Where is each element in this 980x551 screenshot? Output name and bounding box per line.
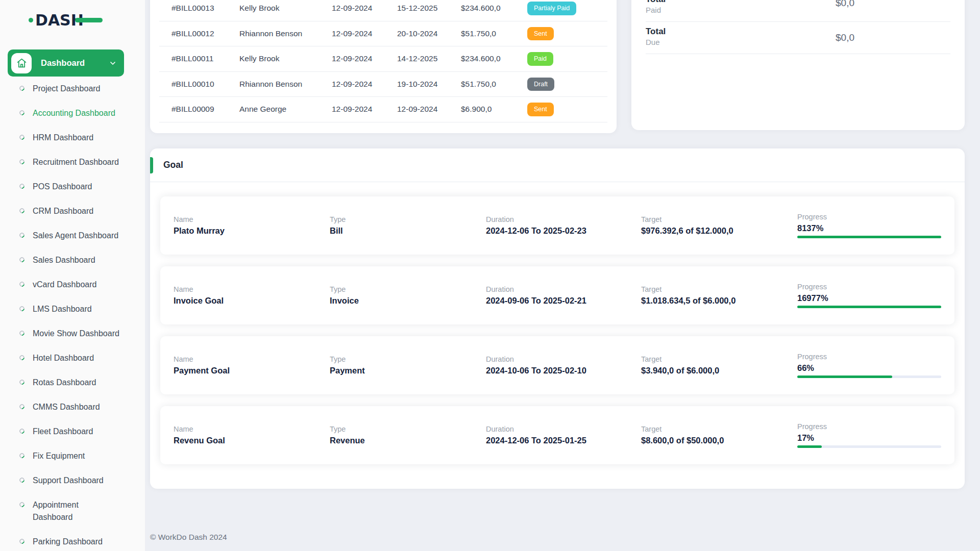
sidebar-item[interactable]: Support Dashboard xyxy=(0,468,145,493)
bill-issue-date: 12-09-2024 xyxy=(332,80,397,89)
goal-item: Name Payment Goal Type Payment Duration … xyxy=(160,336,954,394)
goal-duration-label: Duration xyxy=(486,215,641,223)
goal-name-label: Name xyxy=(174,215,330,223)
bill-issue-date: 12-09-2024 xyxy=(332,4,397,13)
goal-name-cell: Name Revenu Goal xyxy=(174,425,330,445)
bill-id: #BILL00010 xyxy=(172,80,239,89)
sidebar-item[interactable]: CMMS Dashboard xyxy=(0,395,145,419)
logo-dash-icon xyxy=(75,18,103,22)
goal-type-label: Type xyxy=(330,285,486,293)
sidebar-item[interactable]: HRM Dashboard xyxy=(0,126,145,150)
sidebar-item-label: Rotas Dashboard xyxy=(33,377,96,389)
sidebar-nav: Project Dashboard Accounting Dashboard H… xyxy=(0,77,145,551)
bill-due-date: 20-10-2024 xyxy=(397,29,461,38)
total-subtitle: Paid xyxy=(646,5,950,15)
bill-issue-date: 12-09-2024 xyxy=(332,54,397,63)
sidebar-item[interactable]: POS Dashboard xyxy=(0,174,145,199)
goal-target-label: Target xyxy=(641,215,797,223)
sidebar-item[interactable]: vCard Dashboard xyxy=(0,272,145,297)
bill-customer: Rhiannon Benson xyxy=(239,29,332,38)
home-icon-chip xyxy=(11,53,32,73)
bill-row[interactable]: #BILL00012 Rhiannon Benson 12-09-2024 20… xyxy=(159,21,607,47)
bill-row[interactable]: #BILL00011 Kelly Brook 12-09-2024 14-12-… xyxy=(159,46,607,72)
sidebar-item[interactable]: Fix Equipment xyxy=(0,444,145,468)
goal-duration-cell: Duration 2024-12-06 To 2025-02-23 xyxy=(486,215,641,236)
sidebar-item-label: Fleet Dashboard xyxy=(33,425,93,438)
goal-duration-label: Duration xyxy=(486,355,641,363)
sidebar-item[interactable]: Sales Agent Dashboard xyxy=(0,223,145,248)
total-due-value: $0,0 xyxy=(836,32,854,43)
goal-duration-value: 2024-10-06 To 2025-02-10 xyxy=(486,366,641,375)
bill-customer: Anne George xyxy=(239,105,332,114)
goal-item: Name Plato Murray Type Bill Duration 202… xyxy=(160,196,954,255)
bill-due-date: 12-09-2024 xyxy=(397,105,461,114)
bill-due-date: 19-10-2024 xyxy=(397,80,461,89)
status-circle-icon xyxy=(18,538,26,545)
status-circle-icon xyxy=(18,158,26,165)
progress-fill xyxy=(797,236,941,238)
sidebar-item[interactable]: Appointment Dashboard xyxy=(0,493,145,530)
sidebar-item[interactable]: Recruitment Dashboard xyxy=(0,150,145,174)
status-circle-icon xyxy=(18,232,26,239)
totals-card: Total Paid $0,0 Total Due $0,0 xyxy=(631,0,965,130)
goal-target-value: $8.600,0 of $50.000,0 xyxy=(641,436,797,445)
bill-row[interactable]: #BILL00013 Kelly Brook 12-09-2024 15-12-… xyxy=(159,0,607,21)
status-circle-icon xyxy=(18,452,26,459)
sidebar-item[interactable]: Project Dashboard xyxy=(0,77,145,101)
goal-type-cell: Type Invoice xyxy=(330,285,486,306)
app-logo[interactable]: DASH xyxy=(0,0,145,29)
sidebar-item-label: Parking Dashboard xyxy=(33,536,103,548)
sidebar-item[interactable]: Accounting Dashboard xyxy=(0,101,145,126)
sidebar-item[interactable]: Movie Show Dashboard xyxy=(0,321,145,346)
sidebar-item[interactable]: Sales Dashboard xyxy=(0,248,145,272)
top-row: #BILL00013 Kelly Brook 12-09-2024 15-12-… xyxy=(145,0,980,148)
goal-name-value: Plato Murray xyxy=(174,226,330,236)
sidebar-item-label: Support Dashboard xyxy=(33,474,104,487)
goal-duration-cell: Duration 2024-10-06 To 2025-02-10 xyxy=(486,355,641,375)
goal-target-value: $976.392,6 of $12.000,0 xyxy=(641,226,797,236)
sidebar-item[interactable]: Hotel Dashboard xyxy=(0,346,145,370)
goal-list: Name Plato Murray Type Bill Duration 202… xyxy=(150,182,965,464)
bill-amount: $234.600,0 xyxy=(461,54,527,63)
status-circle-icon xyxy=(18,109,26,116)
chevron-down-icon xyxy=(109,59,117,67)
bills-table: #BILL00013 Kelly Brook 12-09-2024 15-12-… xyxy=(150,0,617,122)
goal-progress-percent: 16977% xyxy=(797,293,941,303)
goal-progress-percent: 66% xyxy=(797,363,941,373)
bill-id: #BILL00012 xyxy=(172,29,239,38)
goal-progress-cell: Progress 66% xyxy=(797,353,941,378)
bill-due-date: 15-12-2025 xyxy=(397,4,461,13)
goal-progress-label: Progress xyxy=(797,353,941,361)
goal-duration-value: 2024-12-06 To 2025-01-25 xyxy=(486,436,641,445)
sidebar-item-label: Fix Equipment xyxy=(33,450,85,462)
sidebar-item-label: Sales Agent Dashboard xyxy=(33,230,118,242)
status-circle-icon xyxy=(18,379,26,386)
sidebar-item[interactable]: Fleet Dashboard xyxy=(0,419,145,444)
progress-track xyxy=(797,306,941,308)
sidebar-item-label: LMS Dashboard xyxy=(33,303,92,315)
total-subtitle: Due xyxy=(646,37,950,47)
dashboard-menu-button[interactable]: Dashboard xyxy=(8,49,124,77)
bill-amount: $51.750,0 xyxy=(461,80,527,89)
progress-track xyxy=(797,236,941,238)
sidebar-item-label: CMMS Dashboard xyxy=(33,401,100,413)
total-due-row: Total Due $0,0 xyxy=(646,22,950,54)
progress-fill xyxy=(797,306,941,308)
goal-type-label: Type xyxy=(330,215,486,223)
sidebar-item-label: Project Dashboard xyxy=(33,83,101,95)
status-badge: Draft xyxy=(527,78,554,91)
bill-id: #BILL00013 xyxy=(172,4,239,13)
bill-row[interactable]: #BILL00009 Anne George 12-09-2024 12-09-… xyxy=(159,97,607,122)
sidebar-item[interactable]: Rotas Dashboard xyxy=(0,370,145,395)
sidebar-item[interactable]: CRM Dashboard xyxy=(0,199,145,223)
dashboard-menu-label: Dashboard xyxy=(41,58,85,68)
status-circle-icon xyxy=(18,183,26,190)
goal-duration-value: 2024-09-06 To 2025-02-21 xyxy=(486,296,641,306)
sidebar-item[interactable]: Parking Dashboard xyxy=(0,530,145,551)
sidebar-item-label: Sales Dashboard xyxy=(33,254,95,266)
status-circle-icon xyxy=(18,354,26,361)
status-circle-icon xyxy=(18,477,26,484)
bill-row[interactable]: #BILL00010 Rhiannon Benson 12-09-2024 19… xyxy=(159,72,607,97)
status-circle-icon xyxy=(18,330,26,337)
sidebar-item[interactable]: LMS Dashboard xyxy=(0,297,145,321)
